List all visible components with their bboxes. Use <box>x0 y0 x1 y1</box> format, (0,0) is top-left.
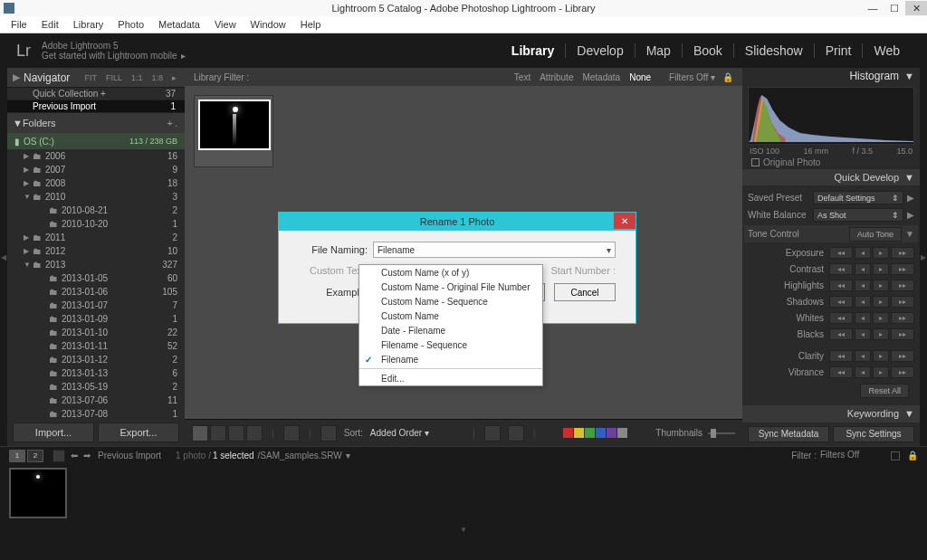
nav-zoom-1-8[interactable]: 1:8 <box>148 72 166 83</box>
decrease-button[interactable]: ◂ <box>855 328 871 340</box>
sort-direction-icon[interactable] <box>320 425 337 441</box>
menu-view[interactable]: View <box>207 19 244 30</box>
dropdown-item[interactable]: Custom Name - Original File Number <box>359 280 542 294</box>
folder-row[interactable]: 🖿2013-01-06105 <box>7 285 185 299</box>
reset-all-button[interactable]: Reset All <box>860 384 909 398</box>
collection-row[interactable]: Quick Collection +37 <box>7 88 185 100</box>
nav-zoom-1-1[interactable]: 1:1 <box>129 72 146 83</box>
decrease-large-button[interactable]: ◂◂ <box>829 366 853 378</box>
filter-metadata[interactable]: Metadata <box>582 72 620 82</box>
folder-row[interactable]: 🖿2013-01-091 <box>7 312 185 326</box>
minimize-button[interactable]: — <box>862 1 884 15</box>
filmstrip-source[interactable]: Previous Import <box>98 451 161 460</box>
thumbnail-size-slider[interactable] <box>708 432 735 434</box>
increase-button[interactable]: ▸ <box>873 366 889 378</box>
menu-edit[interactable]: Edit <box>34 19 66 30</box>
sync-metadata-button[interactable]: Sync Metadata <box>748 426 829 443</box>
decrease-button[interactable]: ◂ <box>855 247 871 259</box>
module-slideshow[interactable]: Slideshow <box>734 43 815 58</box>
folder-row[interactable]: 🖿2013-01-1152 <box>7 339 185 353</box>
decrease-large-button[interactable]: ◂◂ <box>829 350 853 362</box>
histogram-header[interactable]: Histogram ▼ <box>742 68 920 85</box>
decrease-button[interactable]: ◂ <box>855 263 871 275</box>
dropdown-item[interactable]: Custom Name <box>359 308 542 323</box>
keywording-header[interactable]: Keywording ▼ <box>742 405 920 422</box>
dialog-close-button[interactable]: ✕ <box>614 213 636 229</box>
survey-view-icon[interactable] <box>246 425 263 441</box>
dropdown-item[interactable]: Filename <box>359 352 542 366</box>
white-balance-select[interactable]: As Shot⇕ <box>813 208 903 222</box>
folder-row[interactable]: ▶🖿200616 <box>7 149 185 163</box>
nav-zoom-more[interactable]: ▸ <box>169 72 179 83</box>
flag-reject-icon[interactable] <box>508 425 524 441</box>
folders-add-icon[interactable]: +. <box>167 118 179 128</box>
folder-row[interactable]: 🖿2013-07-081 <box>7 407 185 419</box>
dropdown-item[interactable]: Filename - Sequence <box>359 337 542 352</box>
decrease-large-button[interactable]: ◂◂ <box>829 296 853 308</box>
menu-window[interactable]: Window <box>244 19 293 30</box>
module-library[interactable]: Library <box>501 43 566 58</box>
increase-large-button[interactable]: ▸▸ <box>891 247 914 259</box>
cancel-button[interactable]: Cancel <box>554 283 616 301</box>
filmstrip-filter-select[interactable]: Filters Off <box>820 450 884 462</box>
increase-button[interactable]: ▸ <box>873 247 889 259</box>
nav-zoom-fit[interactable]: FIT <box>81 72 100 83</box>
filmstrip-thumbnail[interactable] <box>9 468 67 518</box>
module-map[interactable]: Map <box>636 43 683 58</box>
left-panel-edge[interactable]: ◀ <box>0 68 7 446</box>
menu-help[interactable]: Help <box>293 19 329 30</box>
folder-row[interactable]: 🖿2010-08-212 <box>7 204 185 217</box>
increase-large-button[interactable]: ▸▸ <box>891 366 914 378</box>
maximize-button[interactable]: ☐ <box>884 1 905 15</box>
folder-row[interactable]: 🖿2013-01-122 <box>7 353 185 366</box>
drive-row[interactable]: ▮ OS (C:) 113 / 238 GB <box>7 133 185 149</box>
increase-large-button[interactable]: ▸▸ <box>891 350 914 362</box>
quick-develop-header[interactable]: Quick Develop ▼ <box>742 169 920 186</box>
folder-row[interactable]: ▶🖿20079 <box>7 163 185 176</box>
primary-monitor-icon[interactable]: 1 <box>9 450 25 462</box>
folder-row[interactable]: ▶🖿201210 <box>7 244 185 258</box>
folder-row[interactable]: ▶🖿200818 <box>7 176 185 190</box>
grid-mini-icon[interactable] <box>53 450 65 462</box>
module-print[interactable]: Print <box>815 43 864 58</box>
grid-view-icon[interactable] <box>192 425 208 441</box>
sync-settings-button[interactable]: Sync Settings <box>833 426 914 443</box>
menu-library[interactable]: Library <box>66 19 111 30</box>
nav-zoom-fill[interactable]: FILL <box>103 72 125 83</box>
filter-attribute[interactable]: Attribute <box>540 72 573 82</box>
collection-row[interactable]: Previous Import1 <box>7 100 185 113</box>
lock-icon[interactable]: 🔒 <box>907 451 918 460</box>
increase-button[interactable]: ▸ <box>873 312 889 324</box>
export-button[interactable]: Export... <box>98 422 179 442</box>
color-label[interactable] <box>574 428 584 438</box>
folder-row[interactable]: ▶🖿20112 <box>7 231 185 244</box>
folder-row[interactable]: ▼🖿2013327 <box>7 258 185 271</box>
menu-file[interactable]: File <box>4 19 34 30</box>
filter-none[interactable]: None <box>629 72 651 82</box>
filmstrip[interactable] <box>0 464 927 526</box>
color-label[interactable] <box>563 428 573 438</box>
folder-row[interactable]: 🖿2013-07-0611 <box>7 394 185 407</box>
filters-off-toggle[interactable]: Filters Off ▾ <box>669 72 715 82</box>
module-web[interactable]: Web <box>863 43 911 58</box>
loupe-view-icon[interactable] <box>210 425 226 441</box>
folder-row[interactable]: 🖿2013-01-136 <box>7 366 185 380</box>
color-label[interactable] <box>617 428 627 438</box>
increase-large-button[interactable]: ▸▸ <box>891 280 914 291</box>
navigator-header[interactable]: ▶ Navigator FITFILL1:11:8▸ <box>7 68 185 88</box>
folder-row[interactable]: 🖿2013-01-0560 <box>7 271 185 285</box>
module-develop[interactable]: Develop <box>566 43 635 58</box>
increase-button[interactable]: ▸ <box>873 263 889 275</box>
painter-icon[interactable] <box>283 425 300 441</box>
dropdown-item[interactable]: Date - Filename <box>359 323 542 337</box>
decrease-button[interactable]: ◂ <box>855 296 871 308</box>
filter-flag-icon[interactable] <box>891 451 900 460</box>
decrease-button[interactable]: ◂ <box>855 366 871 378</box>
mobile-link[interactable]: Get started with Lightroom mobile ▸ <box>42 51 186 61</box>
filmstrip-collapse-arrow[interactable]: ▼ <box>0 526 927 538</box>
decrease-large-button[interactable]: ◂◂ <box>829 280 853 291</box>
original-photo-checkbox[interactable] <box>751 158 760 166</box>
increase-button[interactable]: ▸ <box>873 350 889 362</box>
decrease-button[interactable]: ◂ <box>855 312 871 324</box>
folder-row[interactable]: 🖿2013-01-1022 <box>7 326 185 339</box>
